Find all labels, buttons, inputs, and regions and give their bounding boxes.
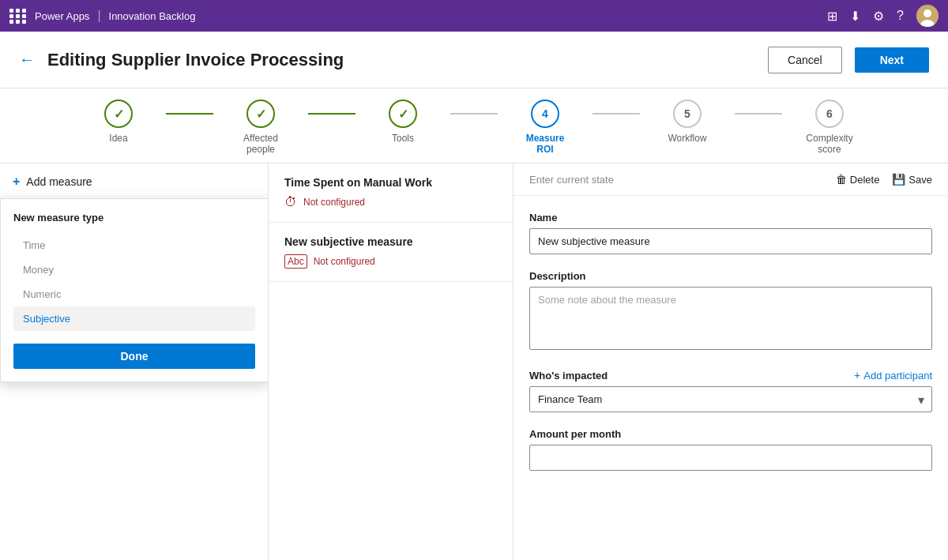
delete-button[interactable]: 🗑 Delete (836, 173, 880, 186)
middle-panel: Time Spent on Manual Work ⏱ Not configur… (269, 163, 514, 560)
right-panel: Enter current state 🗑 Delete 💾 Save Name (514, 163, 948, 560)
description-label: Description (529, 270, 932, 282)
option-money[interactable]: Money (13, 257, 255, 282)
step-idea[interactable]: ✓ Idea (71, 100, 166, 144)
step-measure-label: MeasureROI (526, 133, 565, 155)
add-participant-icon: + (854, 369, 860, 381)
abc-icon: Abc (284, 254, 307, 269)
description-textarea[interactable] (529, 287, 932, 350)
subjective-status-text: Not configured (314, 256, 375, 267)
name-label: Name (529, 212, 932, 224)
add-measure-label: Add measure (26, 175, 92, 188)
connector-1 (166, 113, 213, 115)
enter-current-state: Enter current state (529, 174, 614, 186)
name-input[interactable] (529, 228, 932, 254)
measure-item-time-title: Time Spent on Manual Work (284, 176, 497, 189)
measure-item-subjective-status: Abc Not configured (284, 254, 497, 269)
step-idea-circle: ✓ (104, 100, 133, 128)
form-body: Name Description Who's impacted + Add pa… (514, 196, 948, 502)
page-header: ← Editing Supplier Invoice Processing Ca… (0, 32, 948, 88)
step-measure[interactable]: 4 MeasureROI (498, 100, 592, 155)
connector-4 (592, 113, 640, 115)
amount-label: Amount per month (529, 428, 932, 440)
save-icon: 💾 (892, 173, 905, 186)
save-label: Save (908, 174, 932, 186)
right-panel-header: Enter current state 🗑 Delete 💾 Save (514, 163, 948, 196)
connector-5 (735, 113, 782, 115)
step-tools-label: Tools (392, 133, 414, 144)
user-avatar[interactable] (916, 5, 939, 27)
participant-select-wrapper: Finance Team ▾ (529, 386, 932, 412)
whos-impacted-header: Who's impacted + Add participant (529, 369, 932, 381)
add-participant-button[interactable]: + Add participant (854, 369, 932, 381)
description-group: Description (529, 270, 932, 353)
measure-item-time[interactable]: Time Spent on Manual Work ⏱ Not configur… (269, 163, 513, 223)
apps-menu-icon[interactable] (9, 9, 27, 24)
stepper: ✓ Idea ✓ Affectedpeople ✓ Tools 4 Measur… (0, 88, 948, 163)
amount-input[interactable] (529, 445, 932, 471)
connector-3 (450, 113, 498, 115)
time-icon: ⏱ (284, 195, 297, 209)
step-affected-label: Affectedpeople (243, 133, 278, 155)
plus-icon: + (13, 175, 20, 189)
section-name: Innovation Backlog (109, 10, 196, 22)
connector-2 (308, 113, 356, 115)
topbar-right: ⊞ ⬇ ⚙ ? (827, 5, 939, 27)
app-name: Power Apps (35, 10, 89, 22)
step-tools-circle: ✓ (389, 100, 417, 128)
back-button[interactable]: ← (19, 51, 35, 69)
dropdown-done-button[interactable]: Done (13, 344, 255, 369)
add-measure-button[interactable]: + Add measure (0, 163, 268, 201)
step-workflow-circle: 5 (673, 100, 702, 128)
topbar: Power Apps | Innovation Backlog ⊞ ⬇ ⚙ ? (0, 0, 948, 32)
amount-group: Amount per month (529, 428, 932, 471)
step-workflow[interactable]: 5 Workflow (640, 100, 735, 144)
topbar-separator: | (97, 9, 100, 23)
step-workflow-label: Workflow (668, 133, 706, 144)
time-status-text: Not configured (303, 197, 365, 208)
option-numeric[interactable]: Numeric (13, 282, 255, 306)
step-measure-circle: 4 (531, 100, 559, 128)
save-button[interactable]: 💾 Save (892, 173, 932, 186)
header-actions: 🗑 Delete 💾 Save (836, 173, 932, 186)
checkmark-icon-3: ✓ (398, 107, 408, 122)
download-icon[interactable]: ⬇ (850, 9, 860, 24)
whos-impacted-label: Who's impacted (529, 370, 608, 381)
checkmark-icon-2: ✓ (256, 107, 266, 122)
name-group: Name (529, 212, 932, 254)
fullscreen-icon[interactable]: ⊞ (827, 9, 837, 24)
measure-type-dropdown: New measure type Time Money Numeric Subj… (0, 198, 269, 382)
step-complexity[interactable]: 6 Complexityscore (782, 100, 877, 155)
option-time[interactable]: Time (13, 233, 255, 257)
option-subjective[interactable]: Subjective (13, 306, 255, 331)
main-content: + Add measure Sug Tim Mo Nu Sub New meas… (0, 163, 948, 560)
measure-item-time-status: ⏱ Not configured (284, 195, 497, 209)
settings-icon[interactable]: ⚙ (873, 9, 884, 24)
delete-icon: 🗑 (836, 173, 847, 186)
dropdown-title: New measure type (13, 212, 255, 224)
whos-impacted-group: Who's impacted + Add participant Finance… (529, 369, 932, 412)
step-complexity-label: Complexityscore (806, 133, 852, 155)
svg-point-1 (924, 9, 931, 17)
left-panel: + Add measure Sug Tim Mo Nu Sub New meas… (0, 163, 269, 560)
cancel-button[interactable]: Cancel (768, 47, 842, 73)
page-title: Editing Supplier Invoice Processing (47, 50, 755, 70)
step-affected[interactable]: ✓ Affectedpeople (213, 100, 308, 155)
checkmark-icon: ✓ (114, 107, 124, 122)
help-icon[interactable]: ? (897, 9, 904, 23)
step-tools[interactable]: ✓ Tools (356, 100, 450, 144)
step-idea-label: Idea (109, 133, 127, 144)
measure-item-subjective-title: New subjective measure (284, 235, 497, 248)
step-complexity-circle: 6 (815, 100, 844, 128)
step-affected-circle: ✓ (246, 100, 275, 128)
measure-item-subjective[interactable]: New subjective measure Abc Not configure… (269, 223, 513, 282)
add-participant-label: Add participant (863, 370, 932, 381)
next-button[interactable]: Next (855, 47, 929, 73)
delete-label: Delete (850, 174, 880, 186)
participant-select[interactable]: Finance Team (529, 386, 932, 412)
